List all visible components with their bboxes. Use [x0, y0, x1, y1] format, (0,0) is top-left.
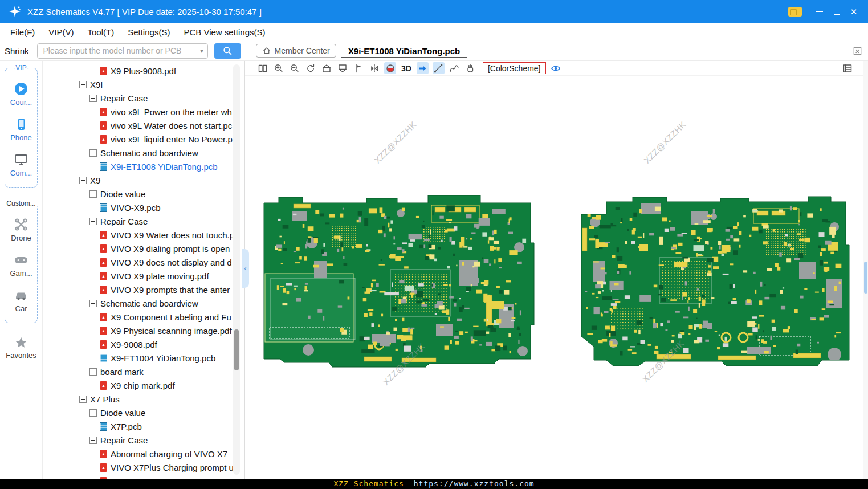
window-scrollbar	[863, 61, 868, 479]
chevron-down-icon[interactable]: ▾	[201, 48, 203, 54]
tree-item[interactable]: ▲ VIVO X9 does not display and d	[43, 255, 244, 269]
diode-mode-icon[interactable]	[384, 62, 396, 74]
active-pcb-tab[interactable]: X9i-ET1008 YiDianTong.pcb	[341, 44, 467, 58]
pan-hand-icon[interactable]	[464, 62, 476, 74]
top-layer-icon[interactable]	[320, 62, 332, 74]
tree-item[interactable]: ▲ Diode value	[43, 406, 244, 419]
jump-arrow-icon[interactable]	[417, 62, 429, 74]
maximize-button[interactable]	[828, 3, 845, 19]
collapse-icon[interactable]	[89, 149, 97, 157]
search-input[interactable]	[43, 46, 194, 55]
probe-flag-icon[interactable]	[352, 62, 364, 74]
sidebar-item-car[interactable]: Car	[14, 288, 28, 313]
pdf-icon: ▲	[100, 121, 107, 130]
car-icon	[14, 288, 28, 303]
pdf-icon: ▲	[100, 67, 107, 75]
rotate-view-icon[interactable]	[304, 62, 316, 74]
menu-item[interactable]: PCB View settings(S)	[184, 27, 265, 37]
3d-view-button[interactable]: 3D	[400, 64, 413, 73]
layers-panel-icon[interactable]	[841, 62, 853, 74]
minimize-button[interactable]	[811, 3, 828, 19]
tree-item[interactable]: ▲ vivo x9L Power on the meter wh	[43, 105, 244, 119]
menu-item[interactable]: Settings(S)	[128, 27, 170, 37]
flip-horizontal-icon[interactable]	[368, 62, 380, 74]
menu-item[interactable]: File(F)	[10, 27, 35, 37]
close-panel-icon[interactable]	[853, 46, 862, 56]
pdf-icon: ▲	[100, 477, 107, 479]
viewer-toolbar: 3D [ColorScheme]	[245, 61, 863, 76]
colorscheme-button[interactable]: [ColorScheme]	[483, 62, 546, 74]
zoom-in-icon[interactable]	[272, 62, 284, 74]
window-scrollbar-thumb[interactable]	[864, 262, 867, 294]
member-center-button[interactable]: Member Center	[256, 44, 336, 58]
curve-trace-icon[interactable]	[449, 62, 461, 74]
search-button[interactable]	[214, 43, 241, 59]
sidebar-item-course[interactable]: Cour...	[10, 82, 32, 107]
tree-item[interactable]: ▲ board mark	[43, 365, 244, 378]
sidebar-item-favorites[interactable]: Favorites	[6, 336, 36, 360]
tree-scrollbar-thumb[interactable]	[234, 329, 239, 370]
show-hide-eye-icon[interactable]	[550, 62, 562, 74]
sidebar-item-phone[interactable]: Phone	[10, 117, 32, 142]
collapse-icon[interactable]	[89, 368, 97, 376]
model-search-box[interactable]: ▾	[37, 43, 208, 59]
tree-item[interactable]: ▲ VIVO X9 plate moving.pdf	[43, 269, 244, 283]
sidebar-item-computer[interactable]: Com...	[10, 152, 32, 177]
tree-item[interactable]: ▲ Repair Case	[43, 214, 244, 228]
tree-item[interactable]: ▲ vivo x9L Water does not start.pc	[43, 119, 244, 132]
collapse-icon[interactable]	[89, 409, 97, 417]
tree-item[interactable]: ▲ X9I	[43, 78, 244, 91]
split-view-icon[interactable]	[256, 62, 268, 74]
tree-item[interactable]: ▲ Repair Case	[43, 91, 244, 105]
tree-item[interactable]: ▲	[43, 474, 244, 479]
measure-icon[interactable]	[433, 62, 445, 74]
shrink-button[interactable]: Shrink	[5, 46, 29, 56]
tree-item[interactable]: ▲ VIVO X9 prompts that the anter	[43, 283, 244, 296]
vip-status-icon[interactable]	[788, 7, 802, 17]
watermark: XZZ@XZZHK	[642, 119, 688, 165]
tree-item[interactable]: ▲ X9-ET1004 YiDianTong.pcb	[43, 351, 244, 365]
tree-item[interactable]: ▲ X9i-ET1008 YiDianTong.pcb	[43, 160, 244, 173]
tree-item[interactable]: ▲ Schematic and boardview	[43, 146, 244, 160]
tree-item[interactable]: ▲ Abnormal charging of VIVO X7	[43, 447, 244, 461]
pcb-icon	[100, 422, 107, 431]
sidebar-item-game[interactable]: Gam...	[10, 252, 32, 278]
tree-item[interactable]: ▲ X9	[43, 173, 244, 187]
statusbar-url[interactable]: https://www.xzztools.com	[414, 479, 535, 488]
tree-item[interactable]: ▲ VIVO X7Plus Charging prompt u	[43, 461, 244, 474]
tree-item[interactable]: ▲ X9 Component Labeling and Fu	[43, 310, 244, 324]
pcb-board-bottom-view	[577, 194, 853, 376]
collapse-icon[interactable]	[79, 396, 87, 403]
collapse-icon[interactable]	[89, 300, 97, 307]
pcb-canvas[interactable]: XZZ@XZZHK XZZ@XZZHK XZZ@XZZHK XZZ@XZZHK	[245, 76, 863, 479]
drone-icon	[14, 217, 28, 232]
tree-item[interactable]: ▲ Repair Case	[43, 433, 244, 447]
tree-item[interactable]: ▲ X9 Plus-9008.pdf	[43, 64, 244, 78]
statusbar: XZZ Schematics https://www.xzztools.com	[0, 479, 868, 489]
menu-item[interactable]: VIP(V)	[48, 27, 74, 37]
pcb-viewer: 3D [ColorScheme] XZZ@XZZHK XZZ@XZZHK XZZ…	[245, 61, 863, 479]
sidebar-item-drone[interactable]: Drone	[11, 217, 31, 242]
tree-item[interactable]: ▲ Diode value	[43, 187, 244, 201]
collapse-icon[interactable]	[89, 218, 97, 225]
collapse-icon[interactable]	[89, 190, 97, 198]
bottom-layer-icon[interactable]	[336, 62, 348, 74]
collapse-tree-handle[interactable]: ‹	[242, 249, 249, 288]
tree-item[interactable]: ▲ X9-9008.pdf	[43, 337, 244, 351]
collapse-icon[interactable]	[89, 437, 97, 444]
collapse-icon[interactable]	[89, 95, 97, 102]
collapse-icon[interactable]	[79, 177, 87, 184]
tree-item[interactable]: ▲ X9 chip mark.pdf	[43, 378, 244, 392]
zoom-out-icon[interactable]	[288, 62, 300, 74]
tree-item[interactable]: ▲ vivo x9L liquid enter No Power.p	[43, 132, 244, 146]
close-button[interactable]: ✕	[845, 3, 862, 19]
tree-item[interactable]: ▲ X9 Physical scanning image.pdf	[43, 324, 244, 337]
tree-item[interactable]: ▲ X7P.pcb	[43, 419, 244, 433]
tree-item[interactable]: ▲ VIVO-X9.pcb	[43, 201, 244, 214]
tree-item[interactable]: ▲ Schematic and boardview	[43, 296, 244, 310]
menu-item[interactable]: Tool(T)	[88, 27, 115, 37]
tree-item[interactable]: ▲ VIVO X9 Water does not touch.p	[43, 228, 244, 242]
tree-item[interactable]: ▲ VIVO X9 dialing prompt is open	[43, 242, 244, 255]
collapse-icon[interactable]	[79, 81, 87, 88]
tree-item[interactable]: ▲ X7 Plus	[43, 392, 244, 406]
